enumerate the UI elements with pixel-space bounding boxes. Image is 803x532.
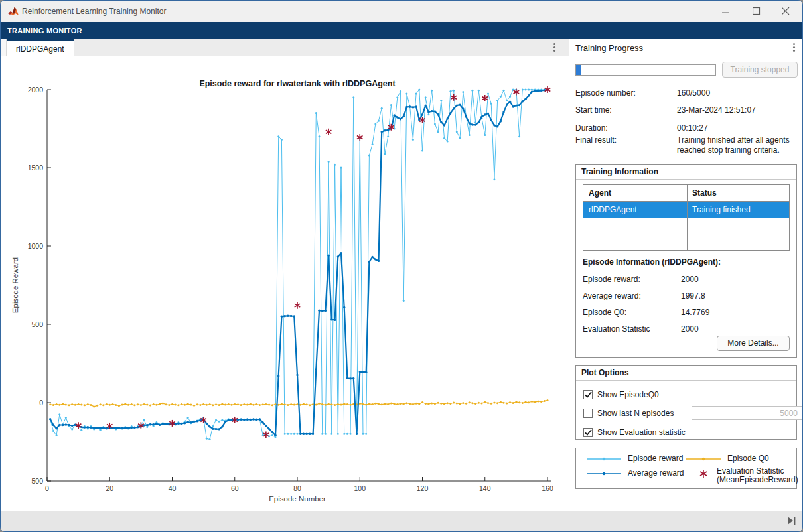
training-stopped-button[interactable]: Training stopped [722,62,798,78]
field-label: Start time: [575,105,612,115]
svg-text:0: 0 [39,399,43,407]
episode-info-title: Episode Information (rlDDPGAgent): [583,257,721,267]
svg-text:2000: 2000 [28,86,44,94]
agent-status-table: Agent Status rlDDPGAgent Training finish… [583,184,790,251]
checkbox-label: Show last N episodes [597,409,674,418]
field-label: Evaluation Statistic [583,324,650,334]
document-tab-strip: rlDDPGAgent [1,39,569,56]
svg-text:Episode reward for rlwatertank: Episode reward for rlwatertank with rlDD… [199,79,396,88]
maximize-button[interactable] [741,1,772,21]
svg-text:-500: -500 [29,477,43,485]
checkbox-label: Show Evaluation statistic [597,428,686,437]
checkbox[interactable] [583,409,593,418]
training-progress-bar [575,64,716,76]
group-title-divider [576,380,796,381]
table-column-divider [687,185,688,250]
table-row[interactable]: rlDDPGAgent Training finished [583,202,789,218]
field-value: 14.7769 [681,308,802,318]
chart-legend: Episode rewardAverage rewardEpisode Q0Ev… [575,448,797,489]
tab-label: rlDDPGAgent [16,44,64,54]
more-details-button[interactable]: More Details... [717,336,790,351]
legend-grid: Episode rewardAverage rewardEpisode Q0Ev… [585,454,788,484]
svg-text:140: 140 [479,484,491,492]
svg-text:100: 100 [354,484,366,492]
svg-text:Episode Number: Episode Number [269,495,326,503]
svg-text:Episode Reward: Episode Reward [11,257,19,313]
svg-text:1500: 1500 [28,164,44,172]
group-title: Plot Options [581,368,628,377]
checkbox-label: Show EpisodeQ0 [597,390,659,399]
legend-label: Episode Q0 [727,454,769,463]
svg-text:80: 80 [293,484,301,492]
tab-rlddpgagent[interactable]: rlDDPGAgent [7,39,74,56]
panel-title: Training Progress [575,43,643,53]
toolstrip-ribbon: TRAINING MONITOR [1,22,802,39]
dock-grip[interactable] [1,39,7,56]
evaluation-statistic-marker [295,302,301,309]
panel-header: Training Progress [569,39,803,56]
checkbox[interactable] [583,428,593,437]
field-value: 160/5000 [677,88,798,98]
evaluation-statistic-marker [357,134,363,141]
checkbox[interactable] [583,390,593,399]
training-chart-panel: Episode reward for rlwatertank with rlDD… [1,56,569,511]
cell-status: Training finished [692,205,751,214]
panel-menu-icon[interactable] [789,42,798,54]
svg-text:0: 0 [45,484,49,492]
tab-strip-menu-icon[interactable] [549,42,559,54]
field-label: Episode Q0: [583,308,626,317]
field-value: 2000 [681,275,802,285]
evaluation-statistic-marker [326,129,332,135]
n-episodes-input[interactable] [692,406,802,420]
group-title: Training Information [581,167,658,176]
table-header-row: Agent Status [583,185,789,202]
plot-options-group: Plot Options Show EpisodeQ0Show last N e… [575,365,797,440]
ribbon-tab-label: TRAINING MONITOR [7,27,82,34]
field-label: Final result: [575,135,617,145]
training-progress-fill [576,65,581,75]
legend-label: Evaluation Statistic (MeanEpisodeReward) [717,467,798,484]
line-marker-icon [685,454,722,464]
field-label: Episode reward: [583,275,640,284]
field-value: Training finished after all agents reach… [677,135,798,155]
field-label: Duration: [575,123,608,133]
training-chart: Episode reward for rlwatertank with rlDD… [1,56,569,511]
svg-text:120: 120 [417,484,429,492]
svg-text:40: 40 [169,484,177,492]
matlab-logo-icon [7,5,19,17]
app-window: Reinforcement Learning Training Monitor … [0,0,803,532]
column-header-status: Status [692,188,717,198]
series-line [50,90,548,436]
close-button[interactable] [770,1,801,21]
legend-item: Evaluation Statistic (MeanEpisodeReward) [685,468,788,484]
cell-agent: rlDDPGAgent [589,205,637,214]
legend-label: Episode reward [628,454,683,463]
field-value: 00:10:27 [677,123,798,133]
training-progress-panel: Training Progress Training stopped Episo… [569,39,803,511]
legend-label: Average reward [628,469,684,478]
training-information-group: Training Information Agent Status rlDDPG… [575,164,797,358]
svg-text:160: 160 [542,484,553,492]
line-marker-icon [585,469,622,478]
field-label: Average reward: [583,291,641,300]
field-value: 2000 [681,324,802,334]
grip-icon [2,42,5,48]
legend-item: Average reward [585,468,685,484]
evaluation-statistic-marker [482,95,488,101]
field-label: Episode number: [575,88,636,98]
legend-item: Episode reward [585,454,685,468]
expand-panel-icon[interactable] [786,516,797,525]
field-value: 23-Mar-2024 12:51:07 [677,105,798,115]
line-marker-icon [585,454,622,464]
column-header-agent: Agent [589,188,611,198]
svg-text:20: 20 [106,484,113,492]
group-title-divider [576,179,796,180]
minimize-button[interactable] [711,1,741,21]
svg-text:60: 60 [231,484,239,492]
status-bar [1,511,802,532]
title-bar: Reinforcement Learning Training Monitor [1,1,802,22]
series-line [50,90,548,440]
evaluation-statistic-marker [451,94,457,101]
window-title: Reinforcement Learning Training Monitor [22,7,166,16]
svg-text:1000: 1000 [28,242,44,250]
